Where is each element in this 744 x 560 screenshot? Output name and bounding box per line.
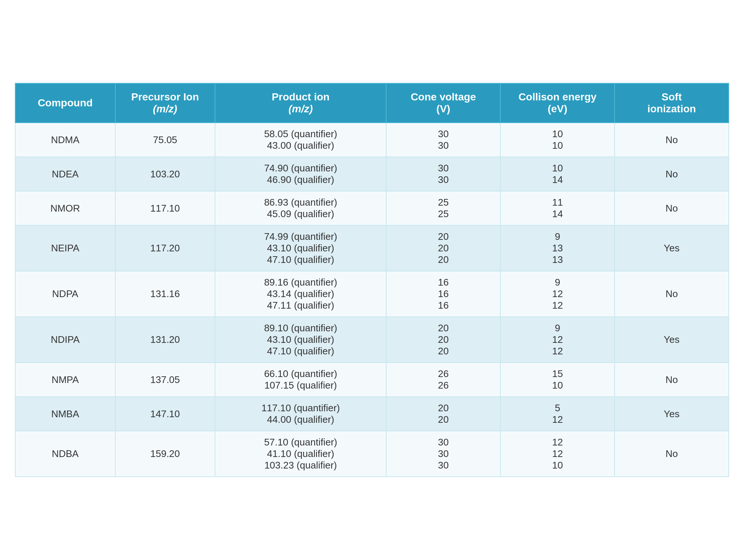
cell-precursor: 147.10 [115,397,215,431]
cell-collision: 1510 [500,363,615,397]
table-row: NMOR117.1086.93 (quantifier)45.09 (quali… [15,191,729,225]
cell-compound: NDBA [15,431,115,477]
table-row: NDBA159.2057.10 (quantifier)41.10 (quali… [15,431,729,477]
cell-soft-ionization: Yes [615,397,729,431]
table-row: NDPA131.1689.16 (quantifier)43.14 (quali… [15,271,729,317]
cell-product: 66.10 (quantifier)107.15 (qualifier) [215,363,386,397]
cell-soft-ionization: No [615,123,729,157]
header-soft: Softionization [615,83,729,123]
cell-product: 89.16 (quantifier)43.14 (qualifier)47.11… [215,271,386,317]
cell-product: 117.10 (quantifier)44.00 (qualifier) [215,397,386,431]
table-row: NDIPA131.2089.10 (quantifier)43.10 (qual… [15,317,729,363]
cell-product: 57.10 (quantifier)41.10 (qualifier)103.2… [215,431,386,477]
cell-soft-ionization: No [615,271,729,317]
header-precursor: Precursor Ion(m/z) [115,83,215,123]
table-row: NEIPA117.2074.99 (quantifier)43.10 (qual… [15,225,729,271]
data-table: Compound Precursor Ion(m/z) Product ion(… [15,83,729,477]
cell-product: 89.10 (quantifier)43.10 (qualifier)47.10… [215,317,386,363]
cell-collision: 91313 [500,225,615,271]
cell-product: 74.99 (quantifier)43.10 (qualifier)47.10… [215,225,386,271]
cell-soft-ionization: Yes [615,225,729,271]
header-cone: Cone voltage(V) [386,83,500,123]
header-row: Compound Precursor Ion(m/z) Product ion(… [15,83,729,123]
cell-compound: NDIPA [15,317,115,363]
cell-collision: 1010 [500,123,615,157]
cell-soft-ionization: No [615,363,729,397]
table-row: NMBA147.10117.10 (quantifier)44.00 (qual… [15,397,729,431]
cell-cone: 303030 [386,431,500,477]
cell-cone: 161616 [386,271,500,317]
table-row: NDMA75.0558.05 (quantifier)43.00 (qualif… [15,123,729,157]
cell-cone: 3030 [386,157,500,191]
cell-precursor: 117.10 [115,191,215,225]
cell-precursor: 131.20 [115,317,215,363]
cell-soft-ionization: No [615,431,729,477]
header-compound: Compound [15,83,115,123]
cell-cone: 2020 [386,397,500,431]
cell-collision: 1014 [500,157,615,191]
header-collision: Collison energy(eV) [500,83,615,123]
cell-cone: 2525 [386,191,500,225]
header-product: Product ion(m/z) [215,83,386,123]
cell-collision: 1114 [500,191,615,225]
cell-compound: NEIPA [15,225,115,271]
cell-product: 74.90 (quantifier)46.90 (qualifier) [215,157,386,191]
cell-compound: NDEA [15,157,115,191]
cell-precursor: 131.16 [115,271,215,317]
cell-precursor: 75.05 [115,123,215,157]
cell-soft-ionization: Yes [615,317,729,363]
cell-soft-ionization: No [615,157,729,191]
cell-cone: 202020 [386,317,500,363]
cell-collision: 512 [500,397,615,431]
table-wrapper: Compound Precursor Ion(m/z) Product ion(… [15,83,729,477]
cell-collision: 121210 [500,431,615,477]
cell-compound: NMOR [15,191,115,225]
cell-product: 86.93 (quantifier)45.09 (qualifier) [215,191,386,225]
table-row: NMPA137.0566.10 (quantifier)107.15 (qual… [15,363,729,397]
cell-cone: 202020 [386,225,500,271]
cell-compound: NDMA [15,123,115,157]
cell-cone: 2626 [386,363,500,397]
table-row: NDEA103.2074.90 (quantifier)46.90 (quali… [15,157,729,191]
cell-compound: NDPA [15,271,115,317]
cell-compound: NMPA [15,363,115,397]
cell-precursor: 103.20 [115,157,215,191]
cell-collision: 91212 [500,317,615,363]
cell-soft-ionization: No [615,191,729,225]
cell-precursor: 137.05 [115,363,215,397]
cell-compound: NMBA [15,397,115,431]
cell-precursor: 117.20 [115,225,215,271]
cell-collision: 91212 [500,271,615,317]
cell-cone: 3030 [386,123,500,157]
cell-precursor: 159.20 [115,431,215,477]
cell-product: 58.05 (quantifier)43.00 (qualifier) [215,123,386,157]
